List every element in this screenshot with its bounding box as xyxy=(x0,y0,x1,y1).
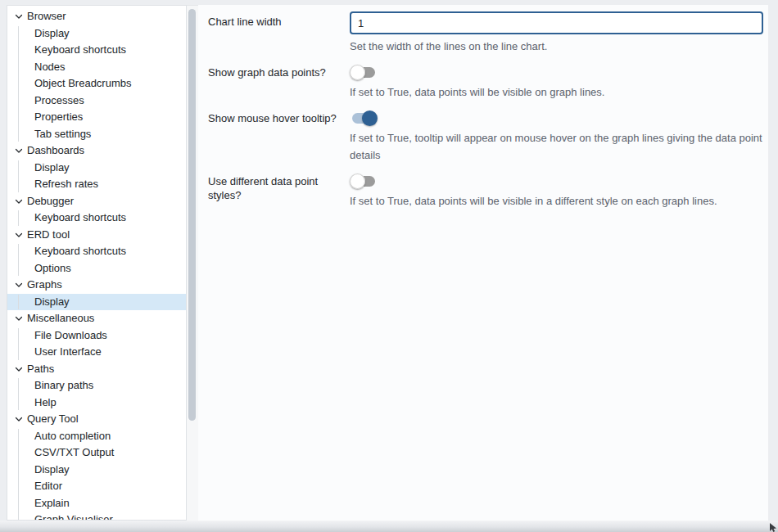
tree-item-label: Graph Visualiser xyxy=(34,512,113,521)
tree-item-browser-processes[interactable]: Processes xyxy=(7,92,186,110)
tree-group-label: Browser xyxy=(27,8,66,25)
setting-label: Use different data point styles? xyxy=(208,171,347,210)
chevron-down-icon xyxy=(12,312,25,325)
tree-indent-guide xyxy=(18,210,19,226)
setting-help-text: If set to True, data points will be visi… xyxy=(350,83,763,101)
tree-group-graphs[interactable]: Graphs xyxy=(7,277,186,294)
tree-item-browser-properties[interactable]: Properties xyxy=(7,109,186,126)
tree-indent-guide xyxy=(18,429,19,521)
tree-item-label: Explain xyxy=(34,495,70,512)
tree-group-label: Debugger xyxy=(27,193,74,210)
chart-line-width-input[interactable] xyxy=(350,11,763,34)
tree-item-browser-tab-settings[interactable]: Tab settings xyxy=(7,126,186,143)
tree-item-label: Refresh rates xyxy=(34,176,98,193)
chevron-down-icon xyxy=(12,195,25,208)
tree-item-label: Processes xyxy=(34,92,84,110)
setting-control: If set to True, data points will be visi… xyxy=(350,171,763,210)
tree-item-query-tool-explain[interactable]: Explain xyxy=(7,495,186,512)
tree-indent-guide xyxy=(18,378,19,410)
tree-item-dashboards-display[interactable]: Display xyxy=(7,160,186,177)
tree-children-browser: DisplayKeyboard shortcutsNodesObject Bre… xyxy=(7,25,186,143)
tree-item-miscellaneous-user-interface[interactable]: User Interface xyxy=(7,344,186,361)
show-mouse-hover-tooltip-toggle[interactable] xyxy=(350,110,378,126)
tree-item-query-tool-editor[interactable]: Editor xyxy=(7,478,186,495)
tree-group-debugger[interactable]: Debugger xyxy=(7,193,186,210)
tree-indent-guide xyxy=(18,160,19,192)
tree-item-label: Display xyxy=(34,294,70,311)
tree-group-label: Paths xyxy=(27,361,54,378)
setting-control: Set the width of the lines on the line c… xyxy=(350,11,763,55)
tree-children-dashboards: DisplayRefresh rates xyxy=(7,160,186,193)
tree-item-label: Keyboard shortcuts xyxy=(34,210,126,227)
tree-children-query-tool: Auto completionCSV/TXT OutputDisplayEdit… xyxy=(7,428,186,521)
chevron-down-icon xyxy=(12,10,25,23)
tree-group-paths[interactable]: Paths xyxy=(7,361,186,378)
tree-item-miscellaneous-file-downloads[interactable]: File Downloads xyxy=(7,327,186,345)
tree-item-paths-binary-paths[interactable]: Binary paths xyxy=(7,377,186,394)
tree-item-label: Keyboard shortcuts xyxy=(34,42,126,59)
setting-row-show-mouse-hover-tooltip: Show mouse hover tooltip?If set to True,… xyxy=(208,108,763,164)
tree-item-label: Help xyxy=(34,394,57,412)
tree-item-erd-tool-options[interactable]: Options xyxy=(7,260,186,277)
tree-group-label: Dashboards xyxy=(27,142,84,160)
sidebar-scrollbar xyxy=(187,5,198,521)
setting-row-use-different-data-point-styles: Use different data point styles?If set t… xyxy=(208,171,763,210)
tree-indent-guide xyxy=(18,244,19,276)
toggle-knob xyxy=(350,65,365,80)
tree-item-label: Binary paths xyxy=(34,377,93,394)
sidebar-scrollbar-thumb[interactable] xyxy=(188,9,196,421)
tree-item-label: Auto completion xyxy=(34,428,111,445)
setting-label: Show graph data points? xyxy=(208,62,347,101)
tree-item-query-tool-auto-completion[interactable]: Auto completion xyxy=(7,428,186,445)
setting-row-chart-line-width: Chart line widthSet the width of the lin… xyxy=(208,11,763,55)
tree-item-label: Display xyxy=(34,25,70,43)
tree-children-erd-tool: Keyboard shortcutsOptions xyxy=(7,243,186,277)
chevron-down-icon xyxy=(12,363,25,376)
setting-row-show-graph-data-points: Show graph data points?If set to True, d… xyxy=(208,62,763,101)
tree-item-query-tool-graph-visualiser[interactable]: Graph Visualiser xyxy=(7,512,186,521)
tree-item-label: User Interface xyxy=(34,344,102,361)
tree-item-graphs-display[interactable]: Display xyxy=(7,294,186,311)
tree-item-browser-object-breadcrumbs[interactable]: Object Breadcrumbs xyxy=(7,75,186,92)
tree-item-debugger-keyboard-shortcuts[interactable]: Keyboard shortcuts xyxy=(7,210,186,227)
tree-children-paths: Binary pathsHelp xyxy=(7,377,186,411)
tree-item-query-tool-csv-txt-output[interactable]: CSV/TXT Output xyxy=(7,444,186,462)
tree-item-label: Properties xyxy=(34,109,83,126)
tree-indent-guide xyxy=(18,26,19,142)
chevron-down-icon xyxy=(12,278,25,291)
tree-group-query-tool[interactable]: Query Tool xyxy=(7,411,186,428)
tree-item-label: CSV/TXT Output xyxy=(34,444,114,462)
tree-item-label: Options xyxy=(34,260,71,277)
tree-item-label: File Downloads xyxy=(34,327,107,345)
show-graph-data-points-toggle[interactable] xyxy=(350,64,378,80)
tree-item-browser-display[interactable]: Display xyxy=(7,25,186,43)
tree-item-dashboards-refresh-rates[interactable]: Refresh rates xyxy=(7,176,186,193)
chevron-down-icon xyxy=(12,413,25,426)
tree-group-label: Query Tool xyxy=(27,411,79,428)
tree-item-label: Tab settings xyxy=(34,126,91,143)
tree-item-label: Keyboard shortcuts xyxy=(34,243,126,260)
tree-children-miscellaneous: File DownloadsUser Interface xyxy=(7,327,186,361)
tree-item-label: Display xyxy=(34,160,70,177)
tree-item-paths-help[interactable]: Help xyxy=(7,394,186,412)
preferences-panel: Chart line widthSet the width of the lin… xyxy=(198,5,768,521)
tree-item-erd-tool-keyboard-shortcuts[interactable]: Keyboard shortcuts xyxy=(7,243,186,260)
setting-control: If set to True, data points will be visi… xyxy=(350,62,763,101)
tree-group-browser[interactable]: Browser xyxy=(7,8,186,25)
tree-group-dashboards[interactable]: Dashboards xyxy=(7,142,186,160)
tree-item-browser-nodes[interactable]: Nodes xyxy=(7,59,186,76)
tree-item-label: Display xyxy=(34,462,70,479)
dialog-bottom-edge xyxy=(0,521,778,532)
tree-item-browser-keyboard-shortcuts[interactable]: Keyboard shortcuts xyxy=(7,42,186,59)
tree-group-erd-tool[interactable]: ERD tool xyxy=(7,227,186,244)
toggle-knob xyxy=(350,174,365,189)
tree-item-query-tool-display[interactable]: Display xyxy=(7,462,186,479)
setting-help-text: If set to True, data points will be visi… xyxy=(350,192,763,210)
tree-item-label: Nodes xyxy=(34,59,66,76)
preferences-tree: BrowserDisplayKeyboard shortcutsNodesObj… xyxy=(7,6,186,521)
use-different-data-point-styles-toggle[interactable] xyxy=(350,173,378,189)
preferences-sidebar: BrowserDisplayKeyboard shortcutsNodesObj… xyxy=(7,5,187,521)
tree-group-miscellaneous[interactable]: Miscellaneous xyxy=(7,310,186,327)
tree-indent-guide xyxy=(18,295,19,310)
tree-group-label: Miscellaneous xyxy=(27,310,94,327)
